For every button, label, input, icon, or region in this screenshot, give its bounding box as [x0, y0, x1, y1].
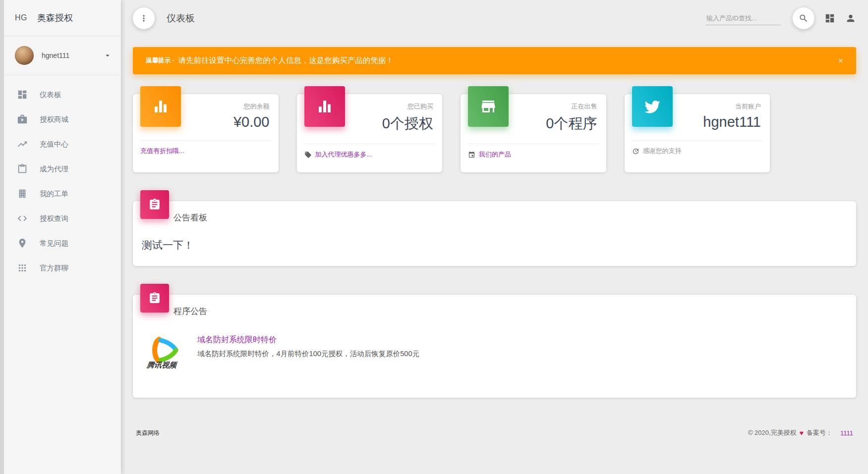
- announcement-item: 腾讯视频 域名防封系统限时特价 域名防封系统限时特价，4月前特价100元授权，活…: [133, 317, 856, 377]
- beian-link[interactable]: 1111: [840, 429, 853, 437]
- sidebar-item-label: 授权商城: [40, 115, 68, 124]
- page-title: 仪表板: [167, 12, 195, 25]
- stat-card-account: 当前账户 hgnet111 感谢您的支持: [625, 94, 770, 172]
- sidebar-item-dashboard[interactable]: 仪表板: [4, 82, 121, 107]
- bar-chart-icon: [140, 86, 181, 127]
- map-marker-icon: [17, 238, 28, 249]
- sidebar: HG 奥森授权 hgnet111 仪表板 授权商城 充值中心 成为代理 我的工单: [0, 0, 121, 474]
- dashboard-grid-icon: [824, 13, 835, 24]
- clipboard-icon: [17, 163, 28, 174]
- topbar: 仪表板: [133, 0, 856, 36]
- sidebar-header: HG 奥森授权: [4, 0, 121, 36]
- sidebar-item-label: 充值中心: [40, 140, 68, 149]
- update-icon: [632, 148, 639, 155]
- notice-board-card: 公告看板 测试一下！: [133, 201, 856, 266]
- stat-footer-link[interactable]: 我们的产品: [479, 150, 511, 159]
- sidebar-item-label: 我的工单: [40, 189, 68, 199]
- sidebar-item-agent[interactable]: 成为代理: [4, 157, 121, 181]
- notice-board-content: 测试一下！: [133, 223, 856, 266]
- tencent-video-logo: 腾讯视频: [147, 332, 183, 370]
- sidebar-item-tickets[interactable]: 我的工单: [4, 181, 121, 206]
- menu-dots-button[interactable]: [133, 7, 155, 29]
- alert-prefix: 温馨提示 -: [146, 56, 174, 65]
- calendar-icon: [468, 151, 475, 158]
- user-name: hgnet111: [42, 52, 69, 59]
- heart-icon: ♥: [800, 429, 804, 437]
- brand-name: 奥森授权: [37, 12, 73, 24]
- sidebar-item-label: 官方群聊: [40, 263, 68, 273]
- clipboard-text-icon: [140, 190, 169, 219]
- alert-banner: 温馨提示 - 请先前往设置中心完善您的个人信息，这是您购买产品的凭据！ ×: [133, 47, 856, 74]
- shop-bag-icon: [17, 114, 28, 125]
- stat-card-balance: 您的余额 ¥0.00 充值有折扣哦...: [133, 94, 279, 172]
- stat-footer-link[interactable]: 加入代理优惠多多...: [315, 150, 372, 159]
- dots-vertical-icon: [139, 13, 149, 23]
- dots-grid-icon: [17, 263, 28, 273]
- sidebar-nav: 仪表板 授权商城 充值中心 成为代理 我的工单 授权查询 常见问题 官方群聊: [4, 75, 121, 287]
- tencent-video-caption: 腾讯视频: [146, 361, 184, 370]
- sidebar-item-label: 仪表板: [40, 90, 61, 100]
- code-tags-icon: [17, 213, 28, 224]
- close-icon[interactable]: ×: [838, 56, 843, 66]
- program-notice-card: 程序公告 腾讯视频 域名防封系统限时特价 域名防封系统限时特价，4月前特价100…: [133, 295, 856, 398]
- sidebar-item-group-chat[interactable]: 官方群聊: [4, 256, 121, 280]
- announcement-description: 域名防封系统限时特价，4月前特价100元授权，活动后恢复原价500元: [197, 349, 419, 359]
- sidebar-item-recharge[interactable]: 充值中心: [4, 132, 121, 157]
- building-icon: [17, 188, 28, 199]
- stats-row: 您的余额 ¥0.00 充值有折扣哦... 您已购买 0个授权 加入代理优惠多多.…: [133, 94, 770, 172]
- avatar[interactable]: [15, 46, 34, 65]
- clipboard-text-icon: [140, 284, 169, 313]
- user-menu[interactable]: hgnet111: [4, 36, 121, 75]
- sidebar-item-label: 成为代理: [40, 164, 68, 174]
- footer-brand: 奥森网络: [136, 429, 160, 437]
- stat-card-selling: 正在出售 0个程序 我们的产品: [461, 94, 606, 172]
- dashboard-grid-button[interactable]: [824, 13, 835, 24]
- chevron-down-icon[interactable]: [103, 51, 112, 60]
- tag-icon: [304, 151, 312, 158]
- topbar-actions: [705, 7, 856, 29]
- beian-label: 备案号：: [807, 428, 832, 437]
- announcement-link[interactable]: 域名防封系统限时特价: [197, 335, 277, 344]
- copyright-text: © 2020,完美授权: [748, 428, 797, 437]
- trending-up-icon: [17, 139, 28, 150]
- search-input[interactable]: [705, 11, 781, 25]
- person-icon: [845, 13, 856, 24]
- sidebar-item-label: 授权查询: [40, 214, 68, 223]
- page-footer: 奥森网络 © 2020,完美授权 ♥ 备案号： 1111: [133, 428, 856, 437]
- program-notice-title: 程序公告: [133, 295, 856, 317]
- search-button[interactable]: [793, 7, 814, 29]
- alert-message: 请先前往设置中心完善您的个人信息，这是您购买产品的凭据！: [178, 55, 394, 66]
- sidebar-item-label: 常见问题: [40, 239, 68, 248]
- stat-footer-text: 感谢您的支持: [643, 147, 682, 156]
- sidebar-item-auth-query[interactable]: 授权查询: [4, 206, 121, 231]
- main-content: 仪表板 温馨提示 - 请先前往设置中心完善您的个人信息，这是您购买产品的凭据！ …: [121, 0, 868, 474]
- storefront-icon: [468, 86, 509, 127]
- notice-board-title: 公告看板: [133, 201, 856, 223]
- sidebar-item-shop[interactable]: 授权商城: [4, 107, 121, 132]
- search-icon: [799, 13, 809, 23]
- bar-chart-icon: [304, 86, 345, 127]
- search-field: [705, 11, 781, 25]
- dashboard-icon: [17, 89, 28, 100]
- sidebar-item-faq[interactable]: 常见问题: [4, 231, 121, 256]
- logo-text: HG: [15, 13, 27, 22]
- twitter-icon: [632, 86, 673, 127]
- stat-card-purchased: 您已购买 0个授权 加入代理优惠多多...: [297, 94, 443, 172]
- account-button[interactable]: [845, 13, 856, 24]
- stat-footer-link[interactable]: 充值有折扣哦...: [140, 147, 184, 156]
